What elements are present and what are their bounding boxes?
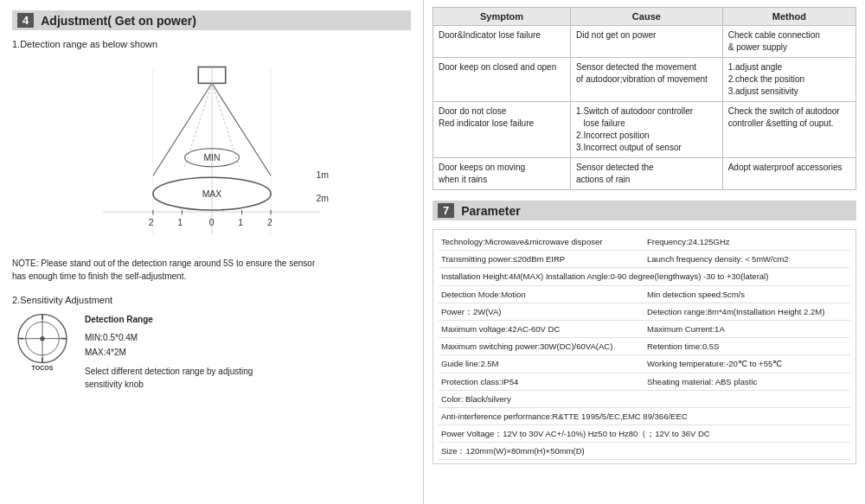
subsection2-title: 2.Sensitivity Adjustment [12,295,411,305]
col-method: Method [722,8,855,26]
cell-method: Adopt waterproof accessories [722,158,855,190]
subsection1-title: 1.Detection range as below shown [12,39,411,49]
section-4-number: 4 [17,13,34,28]
param-right: Maximum Current:1A [644,322,850,336]
col-symptom: Symptom [433,8,571,26]
param-left: Power：2W(VA) [439,304,644,319]
param-row: Transmitting power:≤20dBm EIRPLaunch fre… [439,251,850,268]
param-right: Min detection speed:5cm/s [644,287,850,302]
param-row: Guide line:2.5MWorking temperature:-20℃ … [439,355,850,373]
param-left: Maximum switching power:30W(DC)/60VA(AC) [439,339,644,354]
left-panel: 4 Adjustment( Get on power) 1.Detection … [0,0,424,504]
param-left: Guide line:2.5M [439,356,644,371]
param-row: Maximum voltage:42AC-60V DCMaximum Curre… [439,321,850,338]
param-left: Detection Mode:Motion [439,287,644,302]
sensitivity-section: TOCOS Detection Range MIN:0.5*0.4M MAX:4… [12,312,411,391]
param-right: Retention time:0.5S [644,339,850,354]
cell-symptom: Door&Indicator lose failure [433,26,571,58]
param-full: Installation Height:4M(MAX) Installation… [439,269,850,284]
svg-text:2: 2 [148,218,153,227]
detection-diagram: MIN MAX 1m 2m 2 1 0 1 2 [91,58,333,248]
svg-text:1m: 1m [316,170,329,180]
cell-cause: 1.Switch of autodoor controller lose fai… [571,102,723,158]
cell-symptom: Door keep on closed and open [433,58,571,102]
param-row: Detection Mode:MotionMin detection speed… [439,286,850,303]
section-4-title: Adjustment( Get on power) [41,14,196,28]
param-rows: Technology:Microwave&microwave disposerF… [439,233,850,460]
param-right: Launch frequency density:＜5mW/cm2 [644,252,850,266]
param-left: Transmitting power:≤20dBm EIRP [439,252,644,266]
param-left: Maximum voltage:42AC-60V DC [439,322,644,336]
cell-method: Check the switch of autodoor controller … [722,102,855,158]
cell-cause: Did not get on power [571,26,723,58]
svg-text:0: 0 [208,218,214,227]
svg-point-32 [40,336,44,341]
param-section: 7 Parameter Technology:Microwave&microwa… [432,201,856,464]
param-row: Protection class:IP54Sheating material: … [439,373,850,391]
svg-text:1: 1 [238,218,243,227]
note-text: NOTE: Please stand out of the detection … [12,257,411,283]
cell-cause: Sensor detected the movement of autodoor… [571,58,723,102]
param-row: Maximum switching power:30W(DC)/60VA(AC)… [439,338,850,355]
svg-text:TOCOS: TOCOS [32,365,54,371]
param-right: Working temperature:-20℃ to +55℃ [644,356,850,371]
section-7-header: 7 Parameter [432,201,856,220]
param-right: Sheating material: ABS plastic [644,374,850,389]
svg-line-6 [212,83,271,175]
sensitivity-description: Select different detection range by adju… [85,365,253,391]
cell-symptom: Door keeps on moving when it rains [433,158,571,190]
table-row: Door do not close Red indicator lose fai… [433,102,856,158]
param-row: Power Voltage：12V to 30V AC+/-10%) Hz50 … [439,425,850,443]
troubleshooting-table: Symptom Cause Method Door&Indicator lose… [432,7,856,190]
param-row: Installation Height:4M(MAX) Installation… [439,268,850,285]
sensitivity-info: Detection Range MIN:0.5*0.4M MAX:4*2M Se… [85,312,253,391]
cell-method: 1.adjust angle 2.check the position 3.ad… [722,58,855,102]
table-row: Door keeps on moving when it rainsSensor… [433,158,856,190]
param-row: Color: Black/silvery [439,391,850,408]
min-range: MIN:0.5*0.4M [85,330,253,345]
param-row: Size：120mm(W)×80mm(H)×50mm(D) [439,443,850,460]
param-left: Technology:Microwave&microwave disposer [439,234,644,249]
param-right: Detection range:8m*4m(Installation Heigh… [644,304,850,319]
param-table-container: Technology:Microwave&microwave disposerF… [432,229,856,464]
param-full: Color: Black/silvery [439,392,850,406]
svg-text:MAX: MAX [202,189,221,199]
table-row: Door&Indicator lose failureDid not get o… [433,26,856,58]
svg-text:MIN: MIN [203,153,220,163]
param-row: Power：2W(VA)Detection range:8m*4m(Instal… [439,303,850,321]
param-full: Anti-interference performance:R&TTE 1995… [439,409,850,424]
right-panel: Symptom Cause Method Door&Indicator lose… [424,0,865,504]
diagram-container: MIN MAX 1m 2m 2 1 0 1 2 [12,58,411,248]
param-full: Power Voltage：12V to 30V AC+/-10%) Hz50 … [439,426,850,441]
cell-cause: Sensor detected the actions of rain [571,158,723,190]
col-cause: Cause [571,8,723,26]
detection-range-label: Detection Range [85,312,253,327]
section-4-header: 4 Adjustment( Get on power) [12,10,411,30]
table-row: Door keep on closed and openSensor detec… [433,58,856,102]
svg-text:2: 2 [266,218,272,227]
cell-method: Check cable connection & power supply [722,26,855,58]
param-row: Anti-interference performance:R&TTE 1995… [439,408,850,425]
param-row: Technology:Microwave&microwave disposerF… [439,233,850,251]
tocos-knob-diagram: TOCOS [12,312,73,373]
cell-symptom: Door do not close Red indicator lose fai… [433,102,571,158]
param-right: Frequency:24.125GHz [644,234,850,249]
svg-text:2m: 2m [316,194,329,203]
svg-text:1: 1 [177,218,183,227]
section-7-number: 7 [438,203,454,218]
param-left: Protection class:IP54 [439,374,644,389]
param-full: Size：120mm(W)×80mm(H)×50mm(D) [439,443,850,458]
section-7-title: Parameter [461,204,521,218]
max-range: MAX:4*2M [85,345,253,360]
